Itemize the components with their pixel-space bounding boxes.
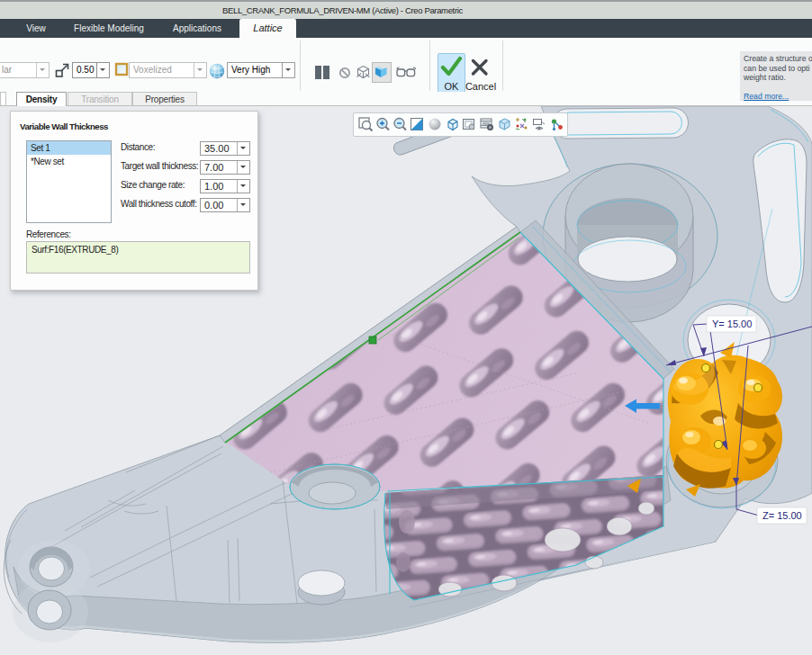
svg-text:Z= 15.00: Z= 15.00 (762, 510, 802, 521)
svg-text:Y= 15.00: Y= 15.00 (712, 319, 752, 329)
